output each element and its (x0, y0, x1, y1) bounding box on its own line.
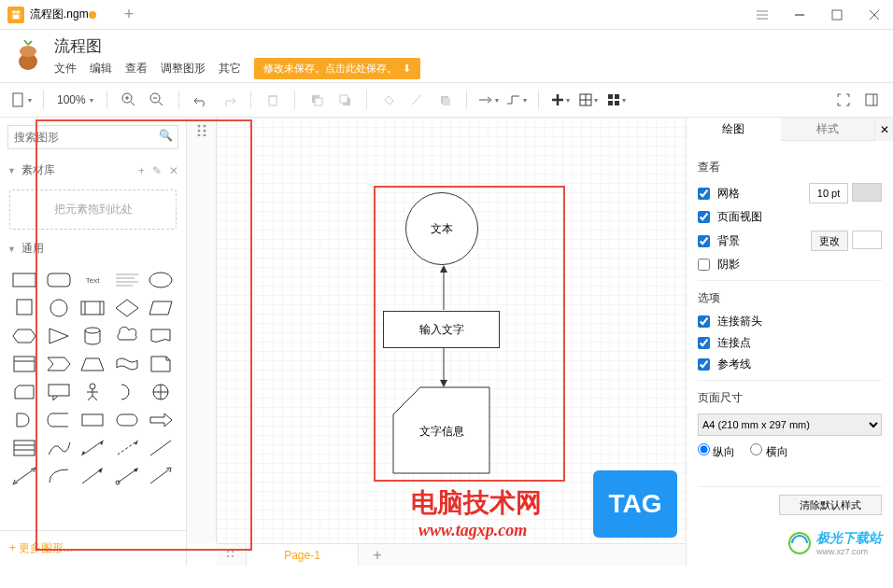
grid-checkbox[interactable] (698, 188, 710, 200)
shape-circle[interactable] (44, 296, 74, 320)
shape-roundrect2[interactable] (112, 408, 142, 432)
grid-size-input[interactable] (809, 183, 848, 203)
menu-edit[interactable]: 编辑 (90, 61, 112, 77)
bg-color-swatch[interactable] (852, 231, 882, 249)
save-banner[interactable]: 修改未保存。点击此处保存。 ⬇ (254, 58, 420, 79)
canvas-arrow-2[interactable] (439, 348, 448, 387)
grid-color-swatch[interactable] (852, 183, 882, 202)
landscape-radio-label[interactable]: 横向 (750, 443, 787, 460)
shape-list[interactable] (9, 436, 39, 460)
edit-library-icon[interactable]: ✎ (152, 164, 162, 177)
landscape-radio[interactable] (750, 443, 762, 455)
pageview-checkbox[interactable] (698, 211, 710, 223)
maximize-button[interactable] (818, 2, 856, 28)
shadow-checkbox[interactable] (698, 259, 710, 271)
shape-actor[interactable] (78, 380, 107, 404)
minimize-button[interactable] (781, 2, 818, 28)
shape-curve[interactable] (44, 436, 74, 460)
shape-arrow-out[interactable] (146, 464, 176, 488)
portrait-radio-label[interactable]: 纵向 (698, 443, 735, 460)
shape-note[interactable] (146, 352, 176, 376)
connector-button[interactable] (476, 88, 501, 112)
shape-document[interactable] (146, 324, 176, 348)
shape-triangle[interactable] (44, 324, 74, 348)
search-icon[interactable]: 🔍 (159, 129, 173, 142)
tab-draw[interactable]: 绘图 (687, 118, 781, 141)
conn-point-checkbox[interactable] (698, 337, 710, 349)
shape-card[interactable] (9, 380, 39, 404)
to-back-button[interactable] (333, 88, 357, 112)
fill-color-button[interactable] (376, 88, 401, 112)
shape-rect[interactable] (9, 268, 39, 292)
shape-parallelogram[interactable] (146, 296, 176, 320)
page-size-select[interactable]: A4 (210 mm x 297 mm) (698, 413, 882, 436)
canvas[interactable]: 文本 输入文字 文字信息 电脑技术网 www.tagxp.com TAG Pag… (187, 118, 686, 566)
portrait-radio[interactable] (698, 443, 710, 455)
shape-tape[interactable] (112, 352, 142, 376)
menu-file[interactable]: 文件 (54, 61, 77, 77)
add-tab-button[interactable]: + (115, 5, 144, 24)
to-front-button[interactable] (305, 88, 329, 112)
canvas-arrow-1[interactable] (439, 265, 448, 312)
shape-text[interactable]: Text (78, 268, 107, 292)
fullscreen-button[interactable] (831, 88, 856, 112)
shape-arrow-thin[interactable] (78, 464, 107, 488)
shape-arrow-bi[interactable] (78, 436, 107, 460)
bg-change-button[interactable]: 更改 (811, 231, 848, 251)
close-panel-button[interactable]: ✕ (874, 118, 893, 141)
library-section[interactable]: ▼ 素材库 + ✎ ✕ (0, 157, 186, 184)
shape-cloud[interactable] (112, 324, 142, 348)
canvas-circle-node[interactable]: 文本 (405, 192, 478, 265)
page-setup-button[interactable] (9, 88, 34, 112)
shape-roundrect[interactable] (44, 268, 74, 292)
undo-button[interactable] (189, 88, 213, 112)
menu-icon[interactable] (744, 2, 781, 28)
search-input[interactable] (7, 125, 178, 149)
clear-default-button[interactable]: 清除默认样式 (779, 495, 882, 515)
menu-view[interactable]: 查看 (125, 61, 148, 77)
shape-datastore[interactable] (44, 408, 74, 432)
shape-arrow-dash[interactable] (112, 436, 142, 460)
shape-line[interactable] (146, 436, 176, 460)
shape-arrow-big[interactable] (146, 408, 176, 432)
shape-trapezoid[interactable] (78, 352, 107, 376)
shape-ellipse[interactable] (146, 268, 176, 292)
more-shapes-button[interactable]: + 更多图形... (0, 530, 186, 566)
guide-checkbox[interactable] (698, 358, 710, 371)
line-color-button[interactable] (404, 88, 429, 112)
page-tab-1[interactable]: Page-1 (247, 544, 359, 566)
zoom-out-button[interactable] (145, 88, 169, 112)
insert-button[interactable] (548, 88, 573, 112)
shape-step[interactable] (44, 352, 74, 376)
shape-process[interactable] (78, 296, 107, 320)
shape-callout[interactable] (44, 380, 74, 404)
add-library-icon[interactable]: + (138, 164, 145, 177)
canvas-rect-node[interactable]: 输入文字 (383, 311, 500, 348)
shape-rect2[interactable] (78, 408, 107, 432)
shape-para[interactable] (112, 268, 142, 292)
canvas-hex-node[interactable]: 文字信息 (392, 386, 490, 477)
waypoint-button[interactable] (504, 88, 529, 112)
shape-arc[interactable] (44, 464, 74, 488)
zoom-in-button[interactable] (117, 88, 141, 112)
redo-button[interactable] (217, 88, 241, 112)
tab-style[interactable]: 样式 (781, 118, 875, 141)
shape-diamond[interactable] (112, 296, 142, 320)
menu-other[interactable]: 其它 (219, 61, 241, 77)
shape-cylinder[interactable] (78, 324, 107, 348)
tab-name[interactable]: 流程图.ngm (30, 7, 89, 22)
drop-zone[interactable]: 把元素拖到此处 (9, 189, 177, 230)
bg-checkbox[interactable] (698, 235, 710, 247)
close-button[interactable] (856, 2, 893, 28)
menu-adjust[interactable]: 调整图形 (161, 61, 206, 77)
shape-or[interactable] (146, 380, 176, 404)
general-section[interactable]: ▼ 通用 (0, 235, 186, 262)
add-page-button[interactable]: + (359, 544, 396, 566)
shape-and[interactable] (9, 408, 39, 432)
zoom-level[interactable]: 100%▾ (53, 93, 97, 106)
close-library-icon[interactable]: ✕ (169, 164, 178, 177)
conn-arrow-checkbox[interactable] (698, 315, 710, 328)
delete-button[interactable] (261, 88, 285, 112)
shape-link[interactable] (112, 464, 142, 488)
grid-button[interactable] (604, 88, 629, 112)
